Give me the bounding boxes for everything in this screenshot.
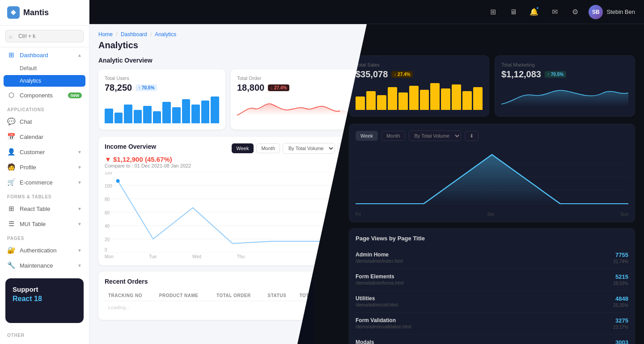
- search-input[interactable]: [5, 30, 84, 42]
- pv-url: /demo/admin/validation.html: [356, 324, 411, 329]
- sidebar-item-authentication[interactable]: 🔐 Authentication ▼: [0, 243, 89, 258]
- bar: [105, 109, 113, 123]
- sidebar-label-ecommerce: E-commerce: [20, 179, 53, 186]
- monitor-icon[interactable]: 🖥: [506, 5, 521, 19]
- metric-label-sales: Total Sales: [356, 62, 483, 67]
- chevron-icon2: ▼: [77, 165, 82, 170]
- dark-x-axis: Fri Sat Sun: [356, 212, 628, 217]
- volume-select[interactable]: By Total Volume: [283, 143, 335, 154]
- sidebar-item-default[interactable]: Default: [0, 63, 89, 74]
- ecommerce-icon: 🛒: [7, 178, 15, 186]
- sidebar-label-authentication: Authentication: [20, 247, 56, 254]
- dark-chart-controls: Week Month By Total Volume ⬇: [356, 130, 628, 141]
- page-views-list: Admin Home /demo/admin/index.html 7755 3…: [356, 247, 628, 344]
- chevron-icon5: ▼: [77, 222, 82, 227]
- sidebar-item-calendar[interactable]: 📅 Calendar: [0, 129, 89, 144]
- breadcrumb-dashboard[interactable]: Dashboard: [121, 31, 147, 38]
- bar: [134, 110, 142, 123]
- dark-week-button[interactable]: Week: [356, 131, 378, 141]
- col-total-order: TOTAL ORDER: [213, 290, 264, 301]
- sidebar-item-customer[interactable]: 👤 Customer ▼: [0, 144, 89, 159]
- col-product: PRODUCT NAME: [156, 290, 213, 301]
- bar: [473, 87, 483, 110]
- mail-icon[interactable]: ✉: [547, 5, 562, 19]
- sidebar-item-profile[interactable]: 🧑 Profile ▼: [0, 159, 89, 175]
- sidebar-label-customer: Customer: [20, 149, 45, 155]
- metric-label-order: Total Order: [237, 76, 352, 81]
- dark-month-button[interactable]: Month: [381, 131, 405, 141]
- metric-card-users: Total Users 78,250 ↑ 70.5%: [98, 69, 225, 130]
- settings-icon[interactable]: ⚙: [568, 5, 582, 19]
- pv-pct: 28.53%: [613, 281, 628, 286]
- sidebar-label-profile: Profile: [20, 164, 36, 171]
- customer-icon: 👤: [7, 148, 15, 156]
- chat-icon: 💬: [7, 117, 15, 126]
- breadcrumb-sep2: /: [150, 31, 152, 38]
- sidebar-item-mui-table[interactable]: ☰ MUI Table ▼: [0, 216, 89, 231]
- grid-icon[interactable]: ⊞: [486, 5, 500, 19]
- support-card-subtitle: React 18: [13, 295, 76, 303]
- sidebar-item-menu-levels[interactable]: ☰ Menu Levels ▼: [0, 340, 89, 344]
- dark-volume-select[interactable]: By Total Volume: [409, 130, 461, 141]
- marketing-area-chart: [501, 80, 628, 106]
- sidebar-item-analytics[interactable]: Analytics: [4, 75, 85, 87]
- pv-url: /demo/admin/index.html: [356, 259, 403, 264]
- bar: [211, 96, 219, 123]
- chevron-icon: ▼: [77, 150, 82, 155]
- metric-card-sales: Total Sales $35,078 ↓ 27.4%: [349, 55, 489, 117]
- sales-bar-chart: [356, 83, 483, 110]
- metric-card-order: Total Order 18,800 ↓ 27.4%: [231, 69, 358, 130]
- user-profile[interactable]: SB Stebin Ben: [589, 5, 635, 19]
- month-button[interactable]: Month: [256, 143, 280, 153]
- sidebar-item-ecommerce[interactable]: 🛒 E-commerce ▼: [0, 175, 89, 190]
- metric-badge-marketing: ↑ 70.5%: [545, 71, 566, 78]
- metric-value-order: 18,800 ↓ 27.4%: [237, 83, 352, 93]
- dark-panel: Total Sales $35,078 ↓ 27.4%: [313, 24, 644, 344]
- mui-table-icon: ☰: [7, 220, 15, 228]
- svg-text:0: 0: [105, 248, 107, 252]
- maintenance-icon: 🔧: [7, 261, 15, 269]
- metric-value-sales: $35,078 ↓ 27.4%: [356, 69, 483, 80]
- chevron-icon4: ▼: [77, 206, 82, 211]
- bar: [366, 91, 376, 110]
- pv-page-name: Utilities: [356, 295, 398, 302]
- breadcrumb-home[interactable]: Home: [98, 31, 113, 38]
- logo-icon: [7, 6, 20, 19]
- sidebar-label-chat: Chat: [20, 118, 32, 125]
- notification-icon[interactable]: 🔔: [527, 5, 541, 19]
- sidebar-item-dashboard[interactable]: ⊞ Dashboard ▲: [0, 47, 89, 63]
- bar: [162, 102, 171, 123]
- dark-download-icon[interactable]: ⬇: [465, 131, 479, 141]
- svg-text:20: 20: [105, 237, 110, 242]
- bar: [377, 95, 386, 110]
- support-card[interactable]: Support React 18: [5, 278, 84, 323]
- income-section-title: Income Overview: [105, 143, 191, 150]
- bar: [409, 86, 419, 110]
- bar: [420, 90, 429, 110]
- bar: [114, 113, 123, 123]
- metric-label-marketing: Total Marketing: [501, 62, 628, 67]
- metric-card-marketing: Total Marketing $1,12,083 ↑ 70.5%: [495, 55, 635, 117]
- income-compare: Compare to : 01 Dec 2021-08 Jan 2022: [105, 163, 191, 168]
- sidebar-item-chat[interactable]: 💬 Chat: [0, 114, 89, 129]
- col-status: STATUS: [264, 290, 296, 301]
- down-arrow-icon: ↓: [271, 85, 273, 90]
- sidebar-item-components[interactable]: ⬡ Components new: [0, 88, 89, 103]
- chart-x-axis: Mon Tue Wed Thu: [105, 254, 352, 259]
- sidebar-item-react-table[interactable]: ⊞ React Table ▼: [0, 201, 89, 216]
- topbar: ⊞ 🖥 🔔 ✉ ⚙ SB Stebin Ben: [89, 0, 644, 24]
- week-button[interactable]: Week: [232, 143, 254, 153]
- svg-text:40: 40: [105, 224, 110, 229]
- income-value: ▼ $1,12,900 (45.67%): [105, 155, 191, 163]
- pv-count: 3003: [613, 339, 628, 344]
- chart-controls: Week Month By Total Volume ⬇: [232, 143, 352, 154]
- breadcrumb-sep1: /: [116, 31, 117, 38]
- breadcrumb-current: Analytics: [155, 31, 176, 38]
- bar: [191, 105, 200, 123]
- sidebar-item-maintenance[interactable]: 🔧 Maintenance ▼: [0, 258, 89, 273]
- col-tracking: TRACKING NO: [105, 290, 156, 301]
- sidebar-label-components: Components: [20, 92, 53, 99]
- chevron-icon6: ▼: [77, 248, 82, 253]
- svg-text:80: 80: [105, 197, 110, 202]
- bar: [398, 92, 408, 110]
